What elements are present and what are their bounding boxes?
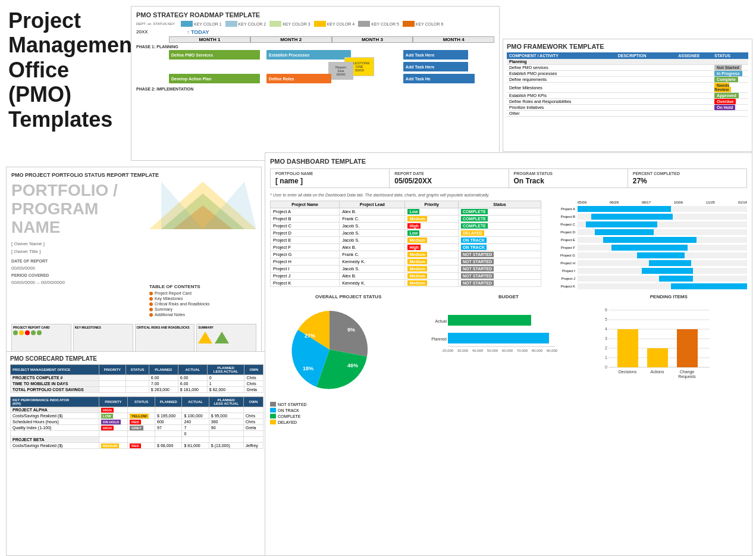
roadmap-year: 20XX: [136, 29, 169, 35]
gantt-fill-5: [611, 245, 688, 251]
svg-text:50,000: 50,000: [487, 349, 498, 352]
task-add2: Add Task Here: [403, 62, 468, 71]
header-report-date: REPORT DATE 05/05/20XX: [390, 169, 509, 188]
gantt-row-2: Add Task Here MILESTONE ONE 00/00 Report…: [136, 62, 494, 73]
gantt-track-3: [578, 229, 747, 235]
gantt-track-4: [578, 237, 747, 243]
framework-row-7: Other: [507, 111, 748, 117]
svg-text:30,000: 30,000: [457, 349, 469, 352]
proj-table: Project Name Project Lead Priority Statu…: [270, 201, 541, 287]
pending-bars: 0 1 2 3 4 5 6 Decisions Actions Change R…: [591, 302, 722, 397]
svg-text:2: 2: [605, 346, 607, 350]
proj-status-2: COMPLETE: [461, 223, 488, 229]
svg-text:Change: Change: [679, 370, 694, 374]
overall-status-chart: OVERALL PROJECT STATUS 9% 27% 46% 18%: [270, 294, 426, 424]
legend-box-kc2: [225, 21, 237, 27]
decorative-triangles: [149, 182, 256, 277]
dashboard-header: PORTFOLIO NAME [ name ] REPORT DATE 05/0…: [270, 168, 747, 188]
toc-item-2: Key Milestones: [149, 296, 256, 301]
gantt-rows: Project AProject BProject CProject DProj…: [545, 205, 747, 290]
gantt-proj-name-3: Project D: [545, 230, 578, 234]
toc-dot-3: [149, 302, 153, 306]
scorecard-thumbs: PROJECT REPORT CARD KEY MILESTONES CRITI…: [11, 324, 256, 354]
framework-section-planning: Planning: [507, 59, 748, 65]
kpi-row1-priority: ON HOLD: [101, 420, 121, 424]
thumb-3: CRITICAL RISKS AND ROADBLOCKS: [135, 324, 195, 354]
gantt-dates-row: 05/09 06/28 08/17 10/06 11/25 01/14: [578, 201, 747, 204]
date-label: DATE OF REPORT: [11, 259, 149, 263]
gantt-fill-6: [637, 252, 685, 258]
sc-row-1: TIME TO MOBILIZE IN DAYS 7.00 6.00 1 Chr…: [11, 381, 263, 387]
toc-item-1: Project Report Card: [149, 291, 256, 295]
gantt-track-10: [578, 283, 747, 289]
gantt-proj-name-2: Project C: [545, 223, 578, 226]
gantt-row-7: Project H: [545, 260, 747, 267]
proj-priority-5: High: [407, 245, 421, 250]
proj-priority-1: Medium: [407, 216, 426, 221]
gantt-fill-4: [603, 237, 697, 243]
sc-row-0: PROJECTS COMPLETE # 6.00 6.00 0 Chris: [11, 375, 263, 381]
legend-delayed: DELAYED: [270, 420, 426, 424]
proj-row-8: Project I Jacob S. Medium NOT STARTED: [271, 265, 541, 273]
gantt-row-2: Project C: [545, 221, 747, 228]
toc-item-3: Critical Risks and Roadblocks: [149, 302, 256, 306]
portfolio-left: PORTFOLIO / PROGRAM NAME [ Owner Name ] …: [11, 182, 149, 318]
svg-text:0: 0: [605, 365, 607, 369]
kpi-row-2: Quality Index (1-100) HIGH GREY 97 7 90 …: [11, 425, 263, 431]
charts-row: OVERALL PROJECT STATUS 9% 27% 46% 18%: [270, 294, 747, 424]
kpi-beta-header: PROJECT BETA: [11, 437, 263, 443]
framework-row-3: Define Milestones Needs Review: [507, 83, 748, 93]
kpi-row-3: 0: [11, 431, 263, 437]
proj-priority-8: Medium: [407, 266, 426, 271]
month-headers: MONTH 1 MONTH 2 MONTH 3 MONTH 4: [136, 36, 494, 43]
proj-row-10: Project K Kennedy K. Medium NOT STARTED: [271, 280, 541, 287]
sc-row-2: TOTAL PORTFOLIO COST SAVINGS $ 263,000 $…: [11, 387, 263, 393]
roadmap-title: PMO STRATEGY ROADMAP TEMPLATE: [136, 11, 494, 18]
header-portfolio-name: PORTFOLIO NAME [ name ]: [271, 169, 390, 188]
svg-rect-10: [448, 315, 531, 326]
framework-row-6: Prioritize Initiatives On Hold: [507, 105, 748, 111]
gantt-row-1: Project B: [545, 213, 747, 220]
legend-kc5: KEY COLOR 5: [358, 21, 399, 27]
svg-text:5: 5: [605, 317, 607, 321]
date-value: 00/00/0000: [11, 265, 149, 271]
proj-status-0: COMPLETE: [461, 209, 488, 214]
pending-items-chart: PENDING ITEMS 0 1 2 3 4 5 6: [591, 294, 747, 424]
proj-status-10: NOT STARTED: [461, 280, 494, 286]
status-ip: In Progress: [714, 71, 742, 76]
dept-label: DEPT -or- STATUS KEY: [136, 22, 175, 26]
gantt-proj-name-5: Project F: [545, 246, 578, 249]
svg-text:3: 3: [605, 336, 607, 341]
month-1: MONTH 1: [169, 36, 250, 43]
svg-text:80,000: 80,000: [532, 349, 543, 352]
gantt-track-8: [578, 268, 747, 274]
svg-text:9%: 9%: [347, 327, 355, 333]
proj-row-5: Project F Alex B. High ON TRACK: [271, 244, 541, 251]
gantt-fill-3: [595, 229, 654, 235]
projects-area: Project Name Project Lead Priority Statu…: [270, 201, 747, 291]
svg-text:Actual: Actual: [435, 319, 447, 323]
proj-priority-6: Medium: [407, 252, 426, 257]
framework-row-1: Establish PMO processes In Progress: [507, 71, 748, 77]
proj-row-2: Project C Jacob S. High COMPLETE: [271, 223, 541, 230]
svg-text:Requests: Requests: [678, 374, 696, 379]
toc-item-4: Summary: [149, 307, 256, 311]
toc-title: TABLE OF CONTENTS: [149, 284, 256, 289]
svg-text:6: 6: [605, 308, 607, 312]
task-define-pmo: Define PMO Services: [169, 50, 260, 60]
proj-row-4: Project E Jacob S. Medium ON TRACK: [271, 237, 541, 244]
roadmap-legend: DEPT -or- STATUS KEY KEY COLOR 1 KEY COL…: [136, 21, 494, 27]
framework-template: PMO FRAMEWORK TEMPLATE COMPONENT / ACTIV…: [503, 39, 752, 152]
proj-priority-0: Low: [407, 209, 419, 214]
portfolio-name-large: PORTFOLIO / PROGRAM NAME: [11, 182, 149, 236]
legend-kc3: KEY COLOR 3: [269, 21, 310, 27]
framework-col-activity: COMPONENT / ACTIVITY: [507, 52, 616, 59]
gantt-row-0: Project A: [545, 205, 747, 213]
proj-row-1: Project B Frank C. Medium COMPLETE: [271, 215, 541, 223]
task-add1: Add Task Here: [403, 50, 468, 60]
legend-not-started: NOT STARTED: [270, 402, 426, 407]
framework-table: COMPONENT / ACTIVITY DESCRIPTION ASSIGNE…: [507, 52, 748, 117]
legend-kc2: KEY COLOR 2: [225, 21, 266, 27]
legend-color-ot: [270, 408, 276, 413]
toc-area: TABLE OF CONTENTS Project Report Card Ke…: [149, 284, 256, 317]
